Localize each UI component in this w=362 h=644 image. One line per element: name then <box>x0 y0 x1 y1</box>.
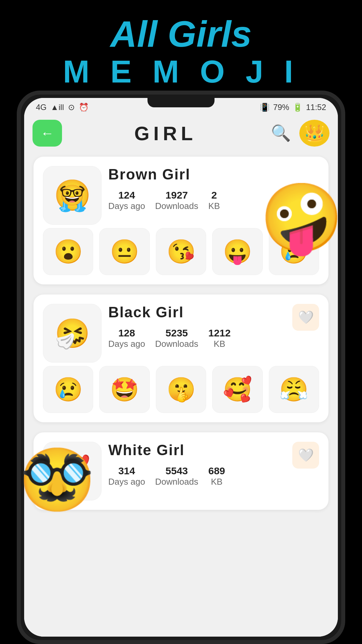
battery-percent: 79% <box>273 103 289 112</box>
notch <box>147 98 215 107</box>
downloads-label: Downloads <box>155 201 198 211</box>
float-memoji-left: 🥸 <box>10 433 104 527</box>
sticker-row-black-girl: 😢 🤩 🤫 🥰 😤 <box>43 366 319 413</box>
days-ago-stat: 128 Days ago <box>108 327 145 349</box>
downloads-stat: 1927 Downloads <box>155 190 198 211</box>
size-label: KB <box>208 477 225 487</box>
days-ago-label: Days ago <box>108 477 145 487</box>
network-indicator: 4G <box>36 103 47 112</box>
downloads-value: 5235 <box>155 327 198 339</box>
title-line2: M E M O J I <box>7 54 355 89</box>
crown-button[interactable]: 👑 <box>299 120 329 147</box>
downloads-stat: 5235 Downloads <box>155 327 198 349</box>
downloads-label: Downloads <box>155 477 198 487</box>
size-value: 689 <box>208 465 225 477</box>
search-button[interactable]: 🔍 <box>269 124 293 143</box>
clock: 11:52 <box>306 103 326 112</box>
title-line1: All Girls <box>7 13 355 54</box>
pack-name-white-girl: White Girl <box>108 442 286 459</box>
sticker-thumb[interactable]: 😘 <box>156 228 206 275</box>
header-section: All Girls M E M O J I <box>0 0 362 99</box>
back-icon: ← <box>41 126 54 141</box>
pack-icon-black-girl: 🤧 <box>43 304 102 363</box>
sticker-thumb[interactable]: 🤩 <box>99 366 149 413</box>
battery-icon: 🔋 <box>293 103 303 112</box>
sticker-thumb[interactable]: 😢 <box>43 366 93 413</box>
signal-bars: ▲ill <box>51 103 64 112</box>
size-stat: 1212 KB <box>208 327 231 349</box>
sticker-thumb[interactable]: 😮 <box>43 228 93 275</box>
size-label: KB <box>208 339 231 349</box>
days-ago-label: Days ago <box>108 201 145 211</box>
pack-info-black-girl: Black Girl 128 Days ago 5235 Downloads <box>108 304 286 349</box>
heart-button-white-girl[interactable]: 🤍 <box>292 442 319 469</box>
days-ago-value: 314 <box>108 465 145 477</box>
downloads-stat: 5543 Downloads <box>155 465 198 487</box>
pack-name-black-girl: Black Girl <box>108 304 286 321</box>
size-value: 2 <box>208 190 220 201</box>
status-left: 4G ▲ill ⊙ ⏰ <box>36 103 89 112</box>
size-stat: 2 KB <box>208 190 220 211</box>
days-ago-stat: 314 Days ago <box>108 465 145 487</box>
days-ago-stat: 124 Days ago <box>108 190 145 211</box>
back-button[interactable]: ← <box>33 120 62 147</box>
page-title: GIRL <box>69 122 262 145</box>
pack-icon-brown-girl: 😭 🤓 <box>43 166 102 225</box>
downloads-value: 1927 <box>155 190 198 201</box>
downloads-label: Downloads <box>155 339 198 349</box>
vibrate-icon: 📳 <box>260 103 270 112</box>
downloads-value: 5543 <box>155 465 198 477</box>
wifi-icon: ⊙ <box>68 103 75 112</box>
pack-info-white-girl: White Girl 314 Days ago 5543 Downloads <box>108 442 286 487</box>
top-bar: ← GIRL 🔍 👑 <box>24 116 338 150</box>
pack-card-black-girl[interactable]: 🤧 Black Girl 128 Days ago 5235 Downloads <box>34 294 328 422</box>
sticker-thumb[interactable]: 😤 <box>269 366 319 413</box>
sticker-thumb[interactable]: 🥰 <box>212 366 262 413</box>
size-label: KB <box>208 201 220 211</box>
float-memoji-right: 🤪 <box>251 168 352 268</box>
heart-button-black-girl[interactable]: 🤍 <box>292 304 319 331</box>
sticker-thumb[interactable]: 😐 <box>99 228 149 275</box>
days-ago-value: 128 <box>108 327 145 339</box>
status-right: 📳 79% 🔋 11:52 <box>260 103 326 112</box>
alarm-icon: ⏰ <box>79 103 89 112</box>
sticker-thumb[interactable]: 🤫 <box>156 366 206 413</box>
days-ago-value: 124 <box>108 190 145 201</box>
size-stat: 689 KB <box>208 465 225 487</box>
size-value: 1212 <box>208 327 231 339</box>
pack-stats-white-girl: 314 Days ago 5543 Downloads 689 KB <box>108 465 286 487</box>
pack-stats-black-girl: 128 Days ago 5235 Downloads 1212 KB <box>108 327 286 349</box>
days-ago-label: Days ago <box>108 339 145 349</box>
